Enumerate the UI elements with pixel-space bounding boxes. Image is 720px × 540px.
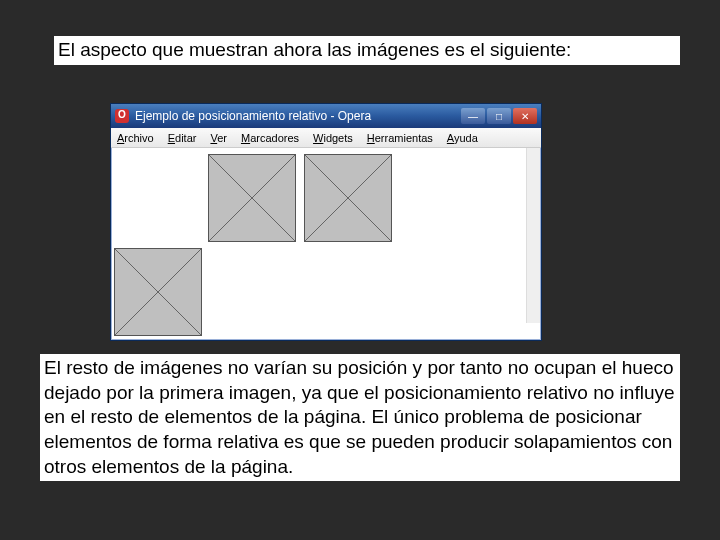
placeholder-image-2 (304, 154, 392, 242)
placeholder-image-3 (114, 248, 202, 336)
scrollbar[interactable] (526, 148, 540, 323)
page-content (111, 148, 541, 340)
menu-editar[interactable]: Editar (168, 132, 197, 144)
menubar: Archivo Editar Ver Marcadores Widgets He… (111, 128, 541, 148)
intro-text: El aspecto que muestran ahora las imágen… (54, 36, 680, 65)
slide: El aspecto que muestran ahora las imágen… (0, 0, 720, 540)
close-button[interactable]: ✕ (513, 108, 537, 124)
placeholder-image-1 (208, 154, 296, 242)
menu-widgets[interactable]: Widgets (313, 132, 353, 144)
window-controls: — □ ✕ (461, 108, 537, 124)
menu-herramientas[interactable]: Herramientas (367, 132, 433, 144)
maximize-button[interactable]: □ (487, 108, 511, 124)
opera-icon (115, 109, 129, 123)
menu-ayuda[interactable]: Ayuda (447, 132, 478, 144)
menu-archivo[interactable]: Archivo (117, 132, 154, 144)
menu-marcadores[interactable]: Marcadores (241, 132, 299, 144)
titlebar: Ejemplo de posicionamiento relativo - Op… (111, 104, 541, 128)
menu-ver[interactable]: Ver (210, 132, 227, 144)
paragraph-text: El resto de imágenes no varían su posici… (40, 354, 680, 481)
browser-window: Ejemplo de posicionamiento relativo - Op… (110, 103, 542, 341)
window-title: Ejemplo de posicionamiento relativo - Op… (135, 109, 461, 123)
minimize-button[interactable]: — (461, 108, 485, 124)
